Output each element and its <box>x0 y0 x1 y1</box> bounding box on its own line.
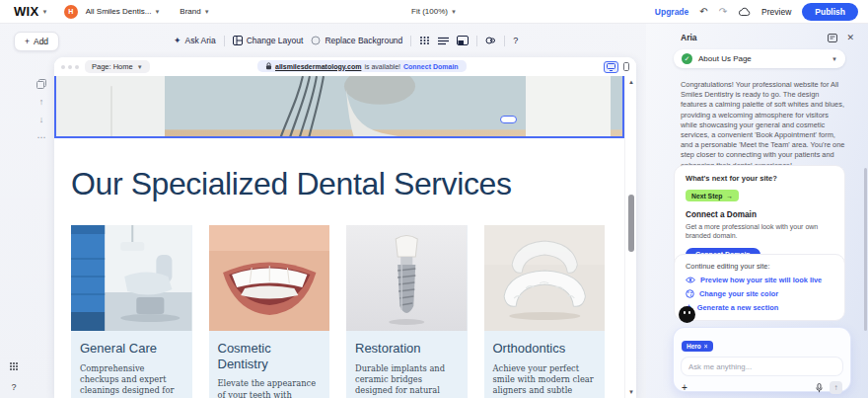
card-title[interactable]: Restoration <box>346 331 468 357</box>
accessibility-dots-icon[interactable] <box>9 361 19 371</box>
effects-halftone-icon[interactable] <box>419 36 430 45</box>
services-section[interactable]: Our Specialized Dental Services <box>54 138 624 398</box>
preview-live-link[interactable]: Preview how your site will look live <box>686 276 833 284</box>
dental-implant-photo <box>346 225 468 331</box>
add-label: Add <box>34 37 48 46</box>
dock-chat-icon[interactable] <box>828 34 837 42</box>
chevron-down-icon: ▼ <box>137 64 143 70</box>
move-section-up-icon[interactable]: ↑ <box>39 98 44 107</box>
link-label: Preview how your site will look live <box>700 276 822 284</box>
site-avatar[interactable]: H <box>64 5 78 19</box>
layout-grid-icon <box>233 36 243 45</box>
remove-chip-icon[interactable]: × <box>704 343 708 350</box>
chevron-down-icon: ▼ <box>832 56 837 62</box>
change-layout-label: Change Layout <box>247 36 304 45</box>
help-button[interactable]: ? <box>513 36 518 45</box>
hero-selection-border[interactable] <box>54 76 624 138</box>
card-body[interactable]: Achieve your perfect smile with modern c… <box>484 357 606 398</box>
next-step-badge: Next Step → <box>686 190 739 201</box>
page-content: Our Specialized Dental Services <box>54 76 624 398</box>
card-title[interactable]: General Care <box>71 331 192 357</box>
media-icon[interactable] <box>457 36 469 45</box>
replace-background-button[interactable]: Replace Background <box>311 36 402 45</box>
domain-bar[interactable]: allsmilesdermatology.com is available! C… <box>257 60 467 72</box>
site-name-menu[interactable]: All Smiles Dentis... ▼ <box>86 7 161 16</box>
generated-page-item[interactable]: ✓ About Us Page ▼ <box>674 49 845 68</box>
send-button[interactable]: ↑ <box>830 381 842 394</box>
background-circle-icon <box>311 36 321 45</box>
sparkle-icon: ✦ <box>174 36 181 45</box>
upgrade-link[interactable]: Upgrade <box>655 7 688 17</box>
text-lines-icon[interactable] <box>438 37 449 45</box>
services-heading[interactable]: Our Specialized Dental Services <box>71 166 511 202</box>
canvas-scrollbar[interactable]: ▲ ▼ <box>624 76 636 398</box>
service-card-orthodontics[interactable]: Orthodontics Achieve your perfect smile … <box>484 225 606 398</box>
service-card-restoration[interactable]: Restoration Durable implants and ceramic… <box>346 225 468 398</box>
lock-icon <box>265 62 272 70</box>
divider <box>504 36 505 46</box>
undo-icon[interactable]: ↶ <box>699 7 707 17</box>
editor-topbar: WIX ▼ H All Smiles Dentis... ▼ Brand ▼ F… <box>0 0 868 24</box>
card-body[interactable]: Durable implants and ceramic bridges des… <box>346 357 468 398</box>
link-label: Generate a new section <box>697 303 779 312</box>
hero-context-chip[interactable]: Hero × <box>682 341 713 352</box>
generate-section-link[interactable]: ✦ Generate a new section <box>686 303 833 312</box>
site-saved-cloud-icon[interactable] <box>738 7 751 17</box>
publish-button[interactable]: Publish <box>802 3 858 21</box>
desktop-view-toggle[interactable] <box>604 61 618 73</box>
dental-office-photo <box>71 225 192 331</box>
card-body[interactable]: Elevate the appearance of your teeth wit… <box>209 371 330 398</box>
attach-plus-button[interactable]: + <box>682 383 687 393</box>
chat-input[interactable] <box>682 358 842 375</box>
brand-menu[interactable]: Brand ▼ <box>180 7 209 16</box>
site-name: All Smiles Dentis... <box>86 7 152 16</box>
chip-label: Hero <box>687 343 701 350</box>
help-corner-button[interactable]: ? <box>11 382 16 392</box>
change-site-color-link[interactable]: Change your site color <box>686 289 833 298</box>
domain-availability: is available! <box>364 63 400 70</box>
close-icon[interactable]: ✕ <box>846 34 854 42</box>
plus-icon: + <box>25 37 30 46</box>
mobile-view-toggle[interactable] <box>623 62 629 71</box>
brand-label: Brand <box>180 7 200 16</box>
change-layout-button[interactable]: Change Layout <box>233 36 304 45</box>
whats-next-heading: What's next for your site? <box>686 174 833 183</box>
link-label: Change your site color <box>699 289 778 298</box>
card-title[interactable]: Cosmetic Dentistry <box>209 331 330 371</box>
more-actions-icon[interactable]: ⋯ <box>37 133 46 142</box>
section-toolbar: ✦ Ask Aria Change Layout Replace Backgro… <box>174 33 518 48</box>
redo-icon[interactable]: ↷ <box>719 7 727 17</box>
microphone-icon[interactable] <box>816 383 823 393</box>
divider <box>224 36 225 46</box>
palette-icon <box>686 289 694 298</box>
ask-aria-button[interactable]: ✦ Ask Aria <box>174 36 216 45</box>
move-section-down-icon[interactable]: ↓ <box>39 116 44 124</box>
zoom-level-menu[interactable]: Fit (100%) ▼ <box>411 7 457 16</box>
duplicate-section-icon[interactable] <box>36 79 46 89</box>
scroll-up-icon[interactable]: ▲ <box>625 79 636 85</box>
smile-photo <box>209 225 330 331</box>
hero-resize-handle[interactable] <box>500 116 517 123</box>
preview-button[interactable]: Preview <box>761 7 791 17</box>
card-body[interactable]: Comprehensive checkups and expert cleani… <box>71 357 192 398</box>
link-icon[interactable] <box>485 36 496 45</box>
page-selector[interactable]: Page: Home ▼ <box>85 60 150 73</box>
wix-menu[interactable]: WIX ▼ <box>14 4 48 19</box>
window-dots <box>61 65 79 69</box>
scrollbar-thumb[interactable] <box>628 195 634 252</box>
chevron-down-icon: ▼ <box>154 9 160 15</box>
replace-background-label: Replace Background <box>325 36 402 45</box>
chevron-down-icon: ▼ <box>451 9 457 15</box>
add-element-button[interactable]: + Add <box>14 32 59 51</box>
service-card-cosmetic-dentistry[interactable]: Cosmetic Dentistry Elevate the appearanc… <box>209 225 330 398</box>
service-card-general-care[interactable]: General Care Comprehensive checkups and … <box>71 225 192 398</box>
check-circle-icon: ✓ <box>682 53 692 64</box>
card-title[interactable]: Orthodontics <box>484 331 606 357</box>
connect-domain-link[interactable]: Connect Domain <box>403 63 459 70</box>
continue-editing-heading: Continue editing your site: <box>686 262 833 271</box>
scroll-down-icon[interactable]: ▼ <box>625 389 636 395</box>
panel-scrollbar[interactable] <box>864 168 867 331</box>
page-selector-label: Page: Home <box>92 62 133 71</box>
service-cards: General Care Comprehensive checkups and … <box>71 225 605 398</box>
ask-aria-label: Ask Aria <box>185 36 216 45</box>
